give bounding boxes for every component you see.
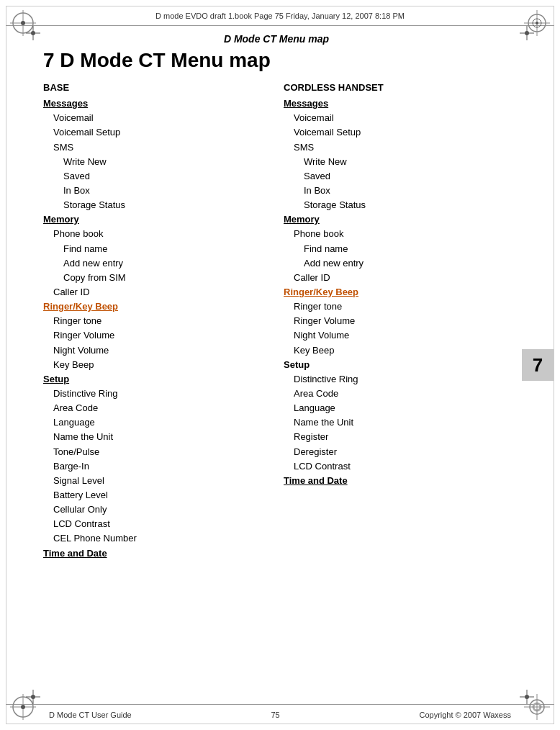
menu-item: Language [53,415,269,430]
menu-item: Ringer Volume [294,314,510,328]
handset-menu-list: MessagesVoicemailVoicemail SetupSMSWrite… [284,96,510,488]
menu-item: Battery Level [53,488,269,503]
menu-item: Storage Status [63,198,269,212]
menu-item: Distinctive Ring [53,387,269,401]
menu-item: Write New [304,155,510,169]
menu-item: Setup [43,372,269,387]
menu-item: Memory [43,212,269,227]
base-column-header: BASE [43,81,269,95]
menu-item: Area Code [294,387,510,401]
inner-corner-br [520,690,534,704]
menu-item: Signal Level [53,474,269,488]
chapter-heading: 7 D Mode CT Menu map [43,49,510,72]
menu-item: Ringer/Key Beep [43,299,269,314]
menu-item: Storage Status [304,198,510,212]
top-bar: D mode EVDO draft 1.book Page 75 Friday,… [6,6,554,26]
menu-item: Voicemail Setup [294,125,510,140]
menu-item: Time and Date [43,546,269,561]
menu-item: Name the Unit [53,430,269,444]
footer-left: D Mode CT User Guide [49,711,132,719]
menu-item: Key Beep [53,358,269,372]
menu-item: Tone/Pulse [53,445,269,459]
chapter-number: 7 [533,354,543,377]
menu-item: Caller ID [53,285,269,299]
menu-item: In Box [63,184,269,198]
svg-point-12 [21,705,25,709]
svg-point-7 [536,22,538,24]
handset-column-header: CORDLESS HANDSET [284,81,510,95]
menu-item: In Box [304,184,510,198]
menu-item: SMS [294,140,510,155]
menu-item: Area Code [53,401,269,415]
menu-item: Memory [284,212,510,227]
menu-item: Deregister [294,445,510,459]
menu-item: Messages [43,96,269,111]
menu-item: Register [294,430,510,444]
menu-item: Ringer Volume [53,328,269,343]
menu-item: Caller ID [294,271,510,285]
page-title: D Mode CT Menu map [43,33,510,45]
menu-item: Write New [63,155,269,169]
menu-item: Name the Unit [294,415,510,430]
menu-item: Ringer tone [294,299,510,314]
menu-item: Night Volume [53,343,269,358]
bottom-bar: D Mode CT User Guide 75 Copyright © 2007… [6,704,554,724]
menu-item: Setup [284,358,510,372]
menu-columns: BASE MessagesVoicemailVoicemail SetupSMS… [43,81,510,561]
base-menu-list: MessagesVoicemailVoicemail SetupSMSWrite… [43,96,269,561]
menu-item: Add new entry [63,256,269,271]
menu-item: Saved [63,169,269,184]
inner-corner-tr [520,26,534,40]
menu-item: Voicemail Setup [53,125,269,140]
menu-item: CEL Phone Number [53,531,269,546]
base-column: BASE MessagesVoicemailVoicemail SetupSMS… [43,81,269,561]
footer-center: 75 [271,711,279,719]
menu-item: Ringer tone [53,314,269,328]
menu-item: Messages [284,96,510,111]
main-content: D Mode CT Menu map 7 D Mode CT Menu map … [36,26,517,704]
handset-column: CORDLESS HANDSET MessagesVoicemailVoicem… [284,81,510,561]
footer-right: Copyright © 2007 Waxess [419,711,511,719]
menu-item: Distinctive Ring [294,372,510,387]
menu-item: Time and Date [284,474,510,488]
menu-item: LCD Contrast [53,517,269,531]
menu-item: Night Volume [294,328,510,343]
menu-item: Phone book [53,227,269,241]
menu-item: Barge-In [53,459,269,474]
menu-item: Voicemail [53,111,269,125]
menu-item: Language [294,401,510,415]
menu-item: Saved [304,169,510,184]
menu-item: Key Beep [294,343,510,358]
menu-item: LCD Contrast [294,459,510,474]
menu-item: Copy from SIM [63,271,269,285]
svg-point-3 [21,21,25,25]
menu-item: SMS [53,140,269,155]
menu-item: Find name [63,242,269,256]
menu-item: Add new entry [304,256,510,271]
menu-item: Find name [304,242,510,256]
chapter-tab: 7 [522,349,554,381]
menu-item: Voicemail [294,111,510,125]
menu-item: Cellular Only [53,503,269,517]
top-bar-text: D mode EVDO draft 1.book Page 75 Friday,… [155,12,405,20]
menu-item: Ringer/Key Beep [284,285,510,299]
menu-item: Phone book [294,227,510,241]
